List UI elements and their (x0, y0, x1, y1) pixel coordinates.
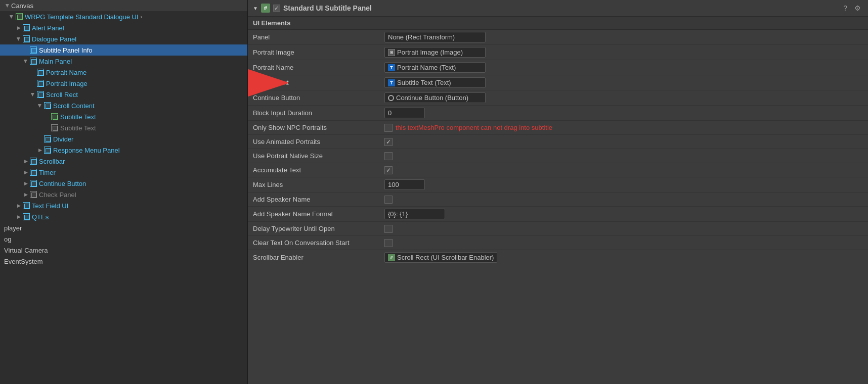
prop-label-portrait-native-size: Use Portrait Native Size (253, 152, 384, 160)
scrollbar-expand[interactable]: ▶ (22, 159, 29, 164)
hierarchy-item-timer[interactable]: ▶ Timer (0, 167, 247, 178)
qtes-label: QTEs (32, 213, 49, 221)
only-npc-checkbox[interactable] (384, 124, 393, 132)
timer-expand[interactable]: ▶ (22, 170, 29, 175)
prop-value-portrait-native-size (384, 152, 863, 160)
header-icons: ? ⚙ (841, 3, 863, 13)
portrait-name-type-icon: T (388, 64, 395, 71)
scroll-rect-expand[interactable]: ▶ (30, 91, 35, 98)
text-field-icon (22, 202, 30, 210)
settings-icon[interactable]: ⚙ (852, 3, 863, 13)
prop-label-speaker-format: Add Speaker Name Format (253, 210, 384, 218)
portrait-name-value-box[interactable]: T Portrait Name (Text) (384, 62, 486, 73)
canvas-item[interactable]: ▶ Canvas (0, 0, 247, 11)
portrait-image-value-text: Portrait Image (Image) (397, 49, 463, 56)
dialogue-expand[interactable]: ▶ (16, 35, 21, 42)
dialogue-icon (22, 35, 30, 43)
wrpg-icon (15, 13, 23, 21)
panel-value-box[interactable]: None (Rect Transform) (384, 32, 486, 42)
alert-label: Alert Panel (32, 24, 64, 32)
prop-row-continue-button: Continue Button Continue Button (Button) (248, 90, 868, 106)
prop-row-panel: Panel None (Rect Transform) (248, 30, 868, 45)
check-panel-expand[interactable]: ▶ (22, 192, 29, 197)
wrpg-expand[interactable]: ▶ (9, 13, 14, 20)
qtes-expand[interactable]: ▶ (15, 214, 22, 219)
hierarchy-item-subtitle-panel-info[interactable]: ▶ Subtitle Panel Info (0, 44, 247, 56)
hierarchy-item-scroll-content[interactable]: ▶ Scroll Content (0, 100, 247, 111)
canvas-expand-arrow[interactable]: ▶ (5, 2, 10, 9)
portrait-image-value-box[interactable]: ⊞ Portrait Image (Image) (384, 47, 486, 58)
delay-typewriter-checkbox[interactable] (384, 225, 393, 233)
alert-expand[interactable]: ▶ (15, 25, 22, 30)
continue-btn-icon (29, 179, 37, 187)
section-header-label: UI Elements (253, 19, 290, 27)
scrollbar-enabler-value-box[interactable]: # Scroll Rect (UI Scrollbar Enabler) (384, 252, 497, 263)
main-panel-icon (29, 57, 37, 65)
prop-value-subtitle-text: T Subtitle Text (Text) (384, 77, 863, 88)
og-label: og (4, 235, 11, 243)
text-field-expand[interactable]: ▶ (15, 203, 22, 208)
help-icon[interactable]: ? (841, 3, 849, 13)
hierarchy-item-response-menu[interactable]: ▶ Response Menu Panel (0, 145, 247, 156)
portrait-image-icon (36, 79, 45, 87)
block-input-value[interactable]: 0 (384, 108, 425, 118)
subtitle-text-value-box[interactable]: T Subtitle Text (Text) (384, 77, 486, 88)
hierarchy-item-event-system[interactable]: EventSystem (0, 256, 247, 267)
hierarchy-item-alert[interactable]: ▶ Alert Panel (0, 22, 247, 33)
hierarchy-item-divider[interactable]: ▶ Divider (0, 133, 247, 145)
subtitle-text-1-icon (51, 113, 59, 121)
divider-label: Divider (53, 135, 73, 143)
scrollbar-label: Scrollbar (39, 158, 65, 165)
prop-value-panel: None (Rect Transform) (384, 32, 863, 42)
component-enabled-checkbox[interactable] (273, 5, 280, 12)
scroll-content-expand[interactable]: ▶ (37, 102, 42, 109)
hierarchy-item-scrollbar[interactable]: ▶ Scrollbar (0, 156, 247, 167)
hierarchy-item-main-panel[interactable]: ▶ Main Panel (0, 56, 247, 67)
hierarchy-item-dialogue[interactable]: ▶ Dialogue Panel (0, 33, 247, 44)
prop-value-add-speaker (384, 196, 863, 204)
continue-button-value-box[interactable]: Continue Button (Button) (384, 92, 486, 103)
hierarchy-item-og[interactable]: og (0, 233, 247, 245)
check-panel-label: Check Panel (39, 191, 76, 199)
main-panel-expand[interactable]: ▶ (23, 58, 28, 65)
wrpg-arrow: › (140, 14, 142, 20)
prop-label-subtitle-text: Subtitle Text (253, 79, 384, 86)
hierarchy-item-virtual-camera[interactable]: Virtual Camera (0, 245, 247, 256)
speaker-format-value[interactable]: {0}: {1} (384, 209, 445, 219)
subtitle-text-type-icon: T (388, 79, 395, 86)
hierarchy-item-qtes[interactable]: ▶ QTEs (0, 211, 247, 222)
accumulate-text-checkbox[interactable] (384, 166, 393, 174)
animated-portraits-checkbox[interactable] (384, 138, 393, 146)
continue-button-type-icon (388, 95, 394, 101)
subtitle-text-2-icon (51, 124, 59, 132)
component-collapse-arrow[interactable]: ▼ (253, 6, 258, 11)
hierarchy-item-check-panel[interactable]: ▶ Check Panel (0, 189, 247, 200)
clear-text-checkbox[interactable] (384, 239, 393, 247)
check-panel-icon (29, 190, 37, 199)
prop-label-max-lines: Max Lines (253, 181, 384, 188)
inspector-panel: ▼ # Standard UI Subtitle Panel ? ⚙ UI El… (248, 0, 868, 384)
hierarchy-item-subtitle-text-1[interactable]: ▶ Subtitle Text (0, 111, 247, 122)
hierarchy-item-player[interactable]: player (0, 222, 247, 233)
scrollbar-icon (29, 157, 37, 165)
response-menu-expand[interactable]: ▶ (36, 148, 44, 153)
prop-row-portrait-native-size: Use Portrait Native Size (248, 149, 868, 163)
add-speaker-checkbox[interactable] (384, 196, 393, 204)
event-system-label: EventSystem (4, 258, 43, 265)
prop-row-delay-typewriter: Delay Typewriter Until Open (248, 222, 868, 236)
hierarchy-item-subtitle-text-2[interactable]: ▶ Subtitle Text (0, 122, 247, 133)
prop-value-clear-text (384, 239, 863, 247)
portrait-native-size-checkbox[interactable] (384, 152, 393, 160)
hierarchy-item-wrpg[interactable]: ▶ WRPG Template Standard Dialogue UI › (0, 11, 247, 22)
hierarchy-item-continue-btn[interactable]: ▶ Continue Button (0, 178, 247, 189)
prop-value-delay-typewriter (384, 225, 863, 233)
inspector-header: ▼ # Standard UI Subtitle Panel ? ⚙ (248, 0, 868, 17)
hierarchy-item-portrait-name[interactable]: ▶ Portrait Name (0, 67, 247, 78)
hierarchy-item-text-field-ui[interactable]: ▶ Text Field UI (0, 200, 247, 211)
hierarchy-item-portrait-image[interactable]: ▶ Portrait Image (0, 78, 247, 89)
dialogue-label: Dialogue Panel (32, 35, 76, 43)
hierarchy-item-scroll-rect[interactable]: ▶ Scroll Rect (0, 89, 247, 100)
max-lines-value[interactable]: 100 (384, 179, 425, 190)
scrollbar-enabler-value-text: Scroll Rect (UI Scrollbar Enabler) (397, 254, 494, 261)
continue-btn-expand[interactable]: ▶ (22, 181, 29, 186)
